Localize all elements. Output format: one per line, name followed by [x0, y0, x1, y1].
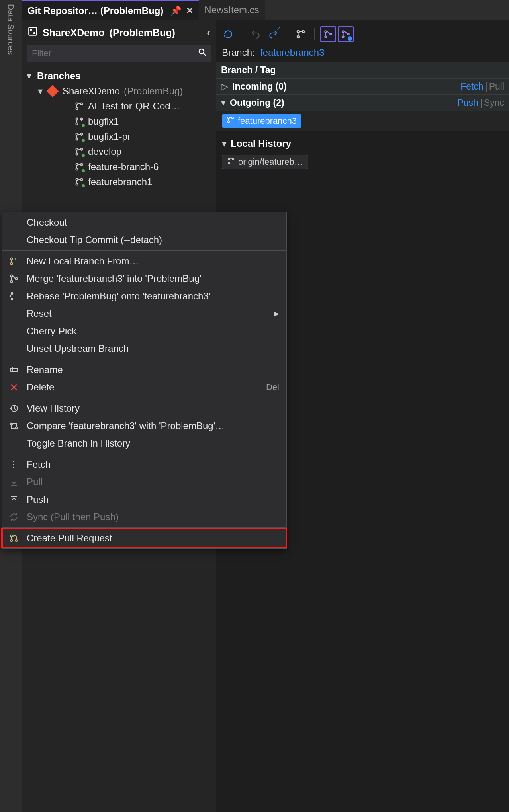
branch-item[interactable]: bugfix1-pr — [27, 129, 211, 144]
svg-point-51 — [16, 427, 17, 429]
menu-item-unset-upstream-branch[interactable]: Unset Upstream Branch — [2, 340, 286, 357]
graph-icon[interactable] — [320, 26, 336, 42]
branch-icon[interactable] — [293, 26, 309, 42]
branches-node[interactable]: ▾ Branches — [27, 68, 211, 84]
pull-link[interactable]: Pull — [489, 81, 504, 92]
branch-item[interactable]: bugfix1 — [27, 114, 211, 129]
branch-context-menu: CheckoutCheckout Tip Commit (--detach)Ne… — [2, 212, 287, 549]
svg-point-12 — [76, 138, 78, 140]
branch-item[interactable]: feature-branch-6 — [27, 159, 211, 174]
branch-icon — [74, 132, 84, 141]
push-link[interactable]: Push — [457, 98, 478, 108]
branch-name: bugfix1-pr — [88, 131, 131, 142]
svg-point-3 — [199, 49, 204, 54]
menu-item-delete[interactable]: DeleteDel — [2, 379, 286, 396]
svg-point-14 — [76, 148, 78, 150]
outgoing-label: Outgoing — [230, 98, 270, 108]
local-history-header[interactable]: ▾ Local History — [216, 131, 509, 153]
svg-point-23 — [297, 31, 299, 33]
svg-point-11 — [76, 133, 78, 135]
history-icon — [8, 404, 20, 413]
menu-item-rename[interactable]: Rename — [2, 361, 286, 379]
menu-label: Fetch — [27, 459, 279, 470]
menu-label: Rebase 'ProblemBug' onto 'featurebranch3… — [27, 291, 279, 302]
sync-icon — [8, 512, 20, 522]
search-icon[interactable] — [198, 47, 207, 59]
menu-item-rebase-problembug-onto-featurebranch3[interactable]: Rebase 'ProblemBug' onto 'featurebranch3… — [2, 287, 286, 305]
tab-git-repository[interactable]: Git Repositor… (ProblemBug) 📌 ✕ — [22, 0, 199, 20]
graph-sync-icon[interactable] — [338, 26, 354, 42]
branch-cancel-icon — [227, 157, 235, 167]
menu-label: Delete — [27, 382, 260, 393]
delete-icon — [8, 383, 20, 392]
refresh-icon[interactable] — [220, 26, 236, 42]
fetch-link[interactable]: Fetch — [460, 81, 484, 92]
svg-point-36 — [228, 162, 230, 164]
svg-point-27 — [325, 36, 326, 37]
pin-icon[interactable]: 📌 — [170, 6, 181, 16]
branch-name: feature-branch-6 — [88, 161, 159, 172]
svg-rect-0 — [29, 27, 37, 35]
push-icon — [8, 495, 20, 504]
chevron-left-icon[interactable]: ‹ — [207, 27, 210, 39]
branch-tag-header[interactable]: Branch / Tag — [216, 62, 509, 78]
menu-item-push[interactable]: Push — [2, 491, 286, 508]
outgoing-branch-row[interactable]: featurebranch3 — [216, 111, 509, 131]
data-sources-tab[interactable]: Data Sources — [6, 4, 16, 55]
branch-item[interactable]: develop — [27, 144, 211, 159]
menu-label: Checkout Tip Commit (--detach) — [27, 234, 279, 246]
local-history-chip[interactable]: origin/featureb… — [222, 155, 308, 169]
branch-tag-label: Branch / Tag — [221, 65, 276, 76]
branch-name: develop — [88, 146, 121, 157]
menu-item-cherry-pick[interactable]: Cherry-Pick — [2, 322, 286, 340]
branch-name: featurebranch1 — [88, 176, 152, 187]
fetch-icon: ⋮ — [8, 459, 20, 470]
menu-label: Compare 'featurebranch3' with 'ProblemBu… — [27, 420, 279, 431]
menu-item-fetch[interactable]: ⋮Fetch — [2, 456, 286, 473]
tab-newsitem[interactable]: NewsItem.cs — [199, 0, 264, 20]
outgoing-branch-chip[interactable]: featurebranch3 — [222, 114, 301, 128]
branch-label: Branch: — [222, 47, 255, 58]
incoming-header[interactable]: ▷ Incoming (0) Fetch | Pull — [216, 78, 509, 95]
sync-link[interactable]: Sync — [484, 98, 504, 108]
filter-input[interactable] — [27, 45, 211, 62]
menu-item-compare-featurebranch3-with-problembug[interactable]: Compare 'featurebranch3' with 'ProblemBu… — [2, 417, 286, 435]
pr-icon — [8, 533, 20, 543]
repo-node-branch: (ProblemBug) — [124, 86, 183, 97]
redo-check-icon[interactable]: ✓ — [265, 26, 281, 42]
undo-icon[interactable] — [248, 26, 264, 42]
branch-item[interactable]: AI-Test-for-QR-Cod… — [27, 99, 211, 114]
menu-label: Checkout — [27, 217, 279, 228]
outgoing-header[interactable]: ▾ Outgoing (2) Push | Sync — [216, 95, 509, 111]
svg-point-54 — [16, 540, 17, 541]
menu-label: Push — [27, 494, 279, 505]
menu-item-merge-featurebranch3-into-problembug[interactable]: Merge 'featurebranch3' into 'ProblemBug' — [2, 270, 286, 287]
branch-toolbar: ✓ — [216, 23, 509, 45]
repo-name: ShareXDemo — [43, 27, 105, 39]
svg-point-53 — [11, 540, 12, 541]
repo-node[interactable]: ▾ ShareXDemo (ProblemBug) — [27, 84, 211, 99]
menu-item-checkout-tip-commit-detach[interactable]: Checkout Tip Commit (--detach) — [2, 231, 286, 249]
menu-item-new-local-branch-from[interactable]: New Local Branch From… — [2, 252, 286, 270]
repo-node-name: ShareXDemo — [63, 86, 120, 97]
rename-icon — [8, 365, 20, 375]
menu-item-view-history[interactable]: View History — [2, 400, 286, 417]
menu-item-toggle-branch-in-history[interactable]: Toggle Branch in History — [2, 435, 286, 452]
menu-shortcut: Del — [266, 382, 279, 392]
menu-item-checkout[interactable]: Checkout — [2, 214, 286, 231]
menu-item-reset[interactable]: Reset▶ — [2, 305, 286, 322]
svg-point-39 — [11, 263, 13, 265]
current-branch-link[interactable]: featurebranch3 — [260, 47, 324, 58]
svg-point-1 — [30, 29, 31, 30]
menu-item-create-pull-request[interactable]: Create Pull Request — [2, 529, 286, 547]
svg-point-44 — [11, 298, 13, 300]
document-tabs: Git Repositor… (ProblemBug) 📌 ✕ NewsItem… — [22, 0, 509, 20]
svg-point-8 — [76, 118, 78, 120]
branch-item[interactable]: featurebranch1 — [27, 174, 211, 189]
svg-point-40 — [11, 275, 13, 277]
tab-title: Git Repositor… (ProblemBug) — [27, 5, 163, 16]
close-icon[interactable]: ✕ — [186, 6, 193, 16]
menu-label: Pull — [27, 476, 279, 488]
svg-line-4 — [204, 53, 206, 56]
svg-point-9 — [76, 123, 78, 125]
